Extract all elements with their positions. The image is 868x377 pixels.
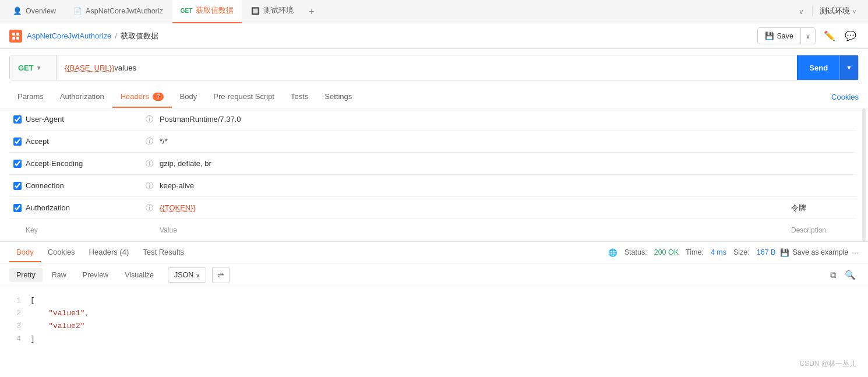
headers-section: User-Agent ⓘ PostmanRuntime/7.37.0 Accep… <box>0 108 868 241</box>
row-1-info-icon[interactable]: ⓘ <box>142 114 156 125</box>
row-5-checkbox[interactable] <box>9 204 26 212</box>
tab-settings-label: Settings <box>324 92 352 101</box>
code-line-3: 3 "value2" <box>9 320 859 333</box>
code-line-4: 4 ] <box>9 333 859 346</box>
save-arrow-icon: ∨ <box>806 33 810 40</box>
tab-params[interactable]: Params <box>9 86 52 108</box>
copy-icon: ⧉ <box>830 270 837 280</box>
tab-settings[interactable]: Settings <box>316 86 360 108</box>
fmt-raw-label: Raw <box>52 271 66 279</box>
save-button[interactable]: 💾 Save <box>758 28 801 44</box>
resp-tab-test-results[interactable]: Test Results <box>136 243 191 262</box>
search-button[interactable]: 🔍 <box>842 267 859 283</box>
breadcrumb-separator: / <box>115 31 117 40</box>
row-5-check[interactable] <box>13 204 22 212</box>
row-2-key: Accept <box>26 132 142 150</box>
env-selector[interactable]: 测试环境 ∨ <box>812 6 863 16</box>
row-2-info-icon[interactable]: ⓘ <box>142 136 156 147</box>
row-4-info-icon[interactable]: ⓘ <box>142 181 156 191</box>
overview-icon: 👤 <box>13 6 22 15</box>
resp-tab-headers-label: Headers (4) <box>89 248 129 256</box>
status-code: 200 OK <box>654 248 679 256</box>
fmt-pretty-label: Pretty <box>16 271 36 279</box>
row-2-value: */* <box>156 132 856 150</box>
tab-headers[interactable]: Headers 7 <box>112 86 172 108</box>
resp-tab-cookies[interactable]: Cookies <box>41 243 82 262</box>
edit-button[interactable]: ✏️ <box>821 28 838 44</box>
tab-env-collapse[interactable]: ∨ <box>792 8 811 16</box>
save-dropdown-button[interactable]: ∨ <box>800 28 815 44</box>
line-num-1: 1 <box>9 294 21 307</box>
tab-authorization-label: Authorization <box>60 92 104 101</box>
wrap-lines-button[interactable]: ⇌ <box>212 267 230 283</box>
svg-rect-0 <box>12 33 15 36</box>
send-dropdown-button[interactable]: ▼ <box>839 55 858 80</box>
search-icon: 🔍 <box>845 270 856 280</box>
resp-tab-test-results-label: Test Results <box>143 248 184 256</box>
format-select-chevron: ∨ <box>196 272 200 279</box>
row-3-check[interactable] <box>13 160 22 168</box>
row-1-check[interactable] <box>13 115 22 124</box>
cookies-link[interactable]: Cookies <box>831 87 859 107</box>
breadcrumb-app-name[interactable]: AspNetCoreJwtAuthorize <box>27 31 111 40</box>
fmt-tab-pretty[interactable]: Pretty <box>9 268 43 282</box>
row-3-checkbox[interactable] <box>9 160 26 168</box>
response-code-area: 1 [ 2 "value1", 3 "value2" 4 ] <box>0 287 868 353</box>
send-chevron-icon: ▼ <box>846 64 852 71</box>
resp-tab-headers[interactable]: Headers (4) <box>82 243 136 262</box>
tab-body[interactable]: Body <box>172 86 206 108</box>
copy-button[interactable]: ⧉ <box>827 267 839 283</box>
tab-pre-request[interactable]: Pre-request Script <box>205 86 283 108</box>
env-selector-label: 测试环境 <box>820 6 850 16</box>
code-content-1: [ <box>30 294 35 307</box>
resp-tab-cookies-label: Cookies <box>48 248 75 256</box>
table-row: User-Agent ⓘ PostmanRuntime/7.37.0 <box>9 108 856 131</box>
tab-overview[interactable]: 👤 Overview <box>5 0 64 23</box>
row-1-checkbox[interactable] <box>9 115 26 124</box>
tab-test-env[interactable]: 🔲 测试环境 <box>243 0 302 23</box>
resp-tab-body[interactable]: Body <box>9 243 41 262</box>
tab-tests[interactable]: Tests <box>283 86 316 108</box>
format-select-value: JSON <box>174 271 193 279</box>
collection-icon: 📄 <box>73 7 82 15</box>
save-example-button[interactable]: 💾 Save as example <box>780 248 848 257</box>
tab-get-values-label: 获取值数据 <box>196 6 234 16</box>
table-row: Connection ⓘ keep-alive <box>9 175 856 197</box>
tab-collection[interactable]: 📄 AspNetCoreJwtAuthoriz <box>65 0 171 23</box>
more-options-button[interactable]: ··· <box>852 248 859 257</box>
row-5-info-icon[interactable]: ⓘ <box>142 203 156 213</box>
app-logo <box>9 30 22 43</box>
table-row: Accept-Encoding ⓘ gzip, deflate, br <box>9 153 856 175</box>
row-3-info-icon[interactable]: ⓘ <box>142 158 156 169</box>
row-4-check[interactable] <box>13 182 22 190</box>
method-select[interactable]: GET ▼ <box>10 55 57 80</box>
save-example-label: Save as example <box>792 248 848 256</box>
row-2-check[interactable] <box>13 138 22 146</box>
comment-button[interactable]: 💬 <box>842 28 859 44</box>
format-select[interactable]: JSON ∨ <box>168 267 206 283</box>
fmt-visualize-label: Visualize <box>125 271 154 279</box>
row-5-key: Authorization <box>26 199 142 217</box>
scrollbar[interactable] <box>862 108 866 241</box>
tab-authorization[interactable]: Authorization <box>52 86 112 108</box>
svg-rect-1 <box>16 33 19 36</box>
row-3-value: gzip, deflate, br <box>156 154 856 172</box>
url-input[interactable]: {{BASE_URL}}values <box>57 55 797 80</box>
tab-body-label: Body <box>180 92 197 101</box>
desc-col-header: Description <box>786 226 856 234</box>
send-button[interactable]: Send <box>797 55 839 80</box>
request-tabs: Params Authorization Headers 7 Body Pre-… <box>0 86 868 108</box>
code-line-2: 2 "value1", <box>9 307 859 320</box>
get-method-badge: GET <box>181 8 193 14</box>
size-value: 167 B <box>757 248 776 256</box>
fmt-tab-raw[interactable]: Raw <box>45 268 73 282</box>
add-tab-button[interactable]: + <box>303 6 320 17</box>
fmt-tab-preview[interactable]: Preview <box>76 268 115 282</box>
tab-get-values[interactable]: GET 获取值数据 <box>172 0 242 23</box>
row-2-checkbox[interactable] <box>9 138 26 146</box>
save-example-icon: 💾 <box>780 248 789 257</box>
fmt-tab-visualize[interactable]: Visualize <box>118 268 161 282</box>
breadcrumb-icons: ✏️ 💬 <box>821 28 859 44</box>
row-4-checkbox[interactable] <box>9 182 26 190</box>
resp-tab-body-label: Body <box>16 248 34 256</box>
